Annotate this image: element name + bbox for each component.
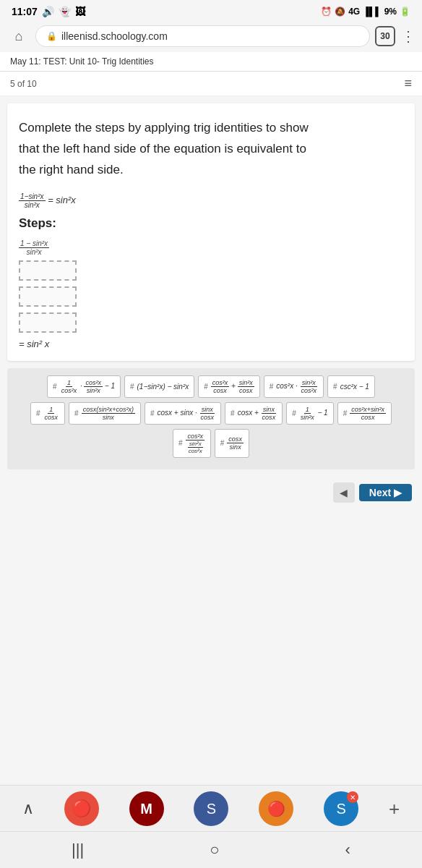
soundcloud-icon-1[interactable]: 🔴 [64, 791, 99, 826]
question-line3: the right hand side. [19, 160, 403, 181]
final-equals: = sin² x [19, 339, 403, 349]
prev-button[interactable]: ◀ [333, 482, 355, 503]
url-text: illeenisd.schoology.com [61, 30, 168, 42]
volume-icon: 🔊 [42, 6, 54, 17]
tile-8[interactable]: # cosx + sinx · sinxcosx [145, 402, 221, 425]
tiles-row-1: # 1cos²x · cos²xsin²x − 1 # (1−sin²x) − … [13, 375, 409, 398]
lock-icon: 🔒 [46, 31, 57, 41]
course-label: May 11: TEST: Unit 10- Trig Identities [10, 56, 154, 67]
battery-icon: 🔋 [400, 7, 410, 17]
question-line1: Complete the steps by applying trig iden… [19, 118, 403, 139]
tile-2[interactable]: # (1−sin²x) − sin²x [124, 375, 194, 398]
battery-percent: 9% [384, 7, 397, 17]
image-icon: 🖼 [75, 6, 85, 17]
home-nav-button[interactable]: ○ [210, 841, 219, 859]
tiles-row-2: # 1cosx # cosx(sin²x+cos²x)sinx # cosx +… [13, 402, 409, 425]
step-input-3[interactable] [19, 312, 77, 333]
nav-area: ◀ Next ▶ [0, 475, 422, 510]
equation-lhs: 1−sin²xsin²x = sin²x [19, 195, 76, 205]
tiles-row-3: # cos²x sin²xcos²x # cosxsinx [13, 429, 409, 458]
taskbar: ∧ 🔴 M S 🔴 S ✕ + [0, 785, 422, 832]
add-button[interactable]: + [389, 798, 400, 820]
tile-4[interactable]: # cos²x · sin²xcos²x [264, 375, 324, 398]
bottom-nav: ||| ○ ‹ [0, 831, 422, 868]
status-right: ⏰ 🔕 4G ▐▌▌ 9% 🔋 [321, 7, 410, 17]
next-button[interactable]: Next ▶ [359, 484, 412, 501]
browser-bar: ⌂ 🔒 illeenisd.schoology.com 30 ⋮ [0, 20, 422, 52]
recents-button[interactable]: ||| [72, 841, 84, 859]
skype-icon[interactable]: S [194, 791, 228, 826]
list-icon[interactable]: ≡ [404, 76, 412, 91]
steps-label: Steps: [19, 216, 403, 231]
tile-10[interactable]: # 1sin²x − 1 [286, 402, 334, 425]
tile-5[interactable]: # csc²x − 1 [327, 375, 375, 398]
progress-container: 5 of 10 ≡ [0, 72, 422, 96]
tile-6[interactable]: # 1cosx [30, 402, 65, 425]
tile-7[interactable]: # cosx(sin²x+cos²x)sinx [69, 402, 141, 425]
mute-icon: 🔕 [335, 7, 345, 17]
home-button[interactable]: ⌂ [7, 25, 30, 48]
status-left: 11:07 🔊 👻 🖼 [12, 6, 85, 17]
signal-bars: ▐▌▌ [363, 7, 382, 17]
question-text: Complete the steps by applying trig iden… [19, 118, 403, 181]
step-expression-1: 1 − sin²xsin²x [19, 239, 403, 256]
tile-12[interactable]: # cos²x sin²xcos²x [173, 429, 211, 458]
up-arrow-button[interactable]: ∧ [22, 799, 34, 818]
tile-1[interactable]: # 1cos²x · cos²xsin²x − 1 [47, 375, 121, 398]
step-input-1[interactable] [19, 260, 77, 281]
step-input-2[interactable] [19, 286, 77, 307]
active-app-icon[interactable]: S ✕ [324, 791, 358, 826]
back-nav-button[interactable]: ‹ [345, 841, 350, 859]
snapchat-icon: 👻 [59, 6, 71, 17]
equation-display: 1−sin²xsin²x = sin²x [19, 192, 403, 209]
url-bar[interactable]: 🔒 illeenisd.schoology.com [36, 26, 369, 46]
course-bar: May 11: TEST: Unit 10- Trig Identities [0, 52, 422, 72]
tile-13[interactable]: # cosxsinx [215, 429, 249, 458]
time-display: 11:07 [12, 6, 38, 17]
home-icon: ⌂ [15, 29, 23, 44]
alarm-icon: ⏰ [321, 7, 332, 17]
soundcloud-icon-2[interactable]: 🔴 [259, 791, 293, 826]
mx-icon[interactable]: M [129, 791, 164, 826]
signal-icon: 4G [348, 7, 360, 17]
browser-menu-button[interactable]: ⋮ [401, 27, 415, 45]
status-bar: 11:07 🔊 👻 🖼 ⏰ 🔕 4G ▐▌▌ 9% 🔋 [0, 0, 422, 20]
notification-badge: ✕ [347, 791, 358, 803]
tile-9[interactable]: # cosx + sinxcosx [225, 402, 283, 425]
tile-3[interactable]: # cos²xcosx + sin²xcosx [198, 375, 260, 398]
question-line2: that the left hand side of the equation … [19, 139, 403, 160]
progress-text: 5 of 10 [10, 79, 37, 89]
tiles-area: # 1cos²x · cos²xsin²x − 1 # (1−sin²x) − … [7, 368, 415, 469]
main-content: Complete the steps by applying trig iden… [7, 103, 415, 361]
tile-11[interactable]: # cos²x+sin²xcosx [337, 402, 392, 425]
tab-count[interactable]: 30 [375, 26, 395, 46]
